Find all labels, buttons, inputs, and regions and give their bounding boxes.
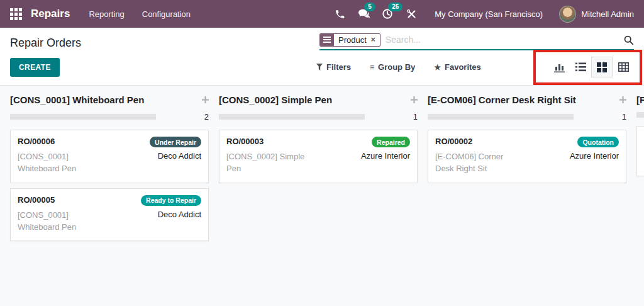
quick-create-icon[interactable] xyxy=(202,96,209,103)
menu-reporting[interactable]: Reporting xyxy=(89,9,124,19)
messages-count-badge: 5 xyxy=(364,3,375,11)
repair-reference: RO/00006 xyxy=(18,137,55,146)
group-by-button[interactable]: ≡ Group By xyxy=(370,62,415,72)
tools-icon[interactable] xyxy=(402,4,421,23)
partner-name: Azure Interior xyxy=(570,151,619,161)
filters-label: Filters xyxy=(326,62,351,72)
repair-reference: RO/00002 xyxy=(435,137,472,146)
search-input[interactable] xyxy=(380,33,623,47)
view-kanban-button[interactable] xyxy=(591,57,613,77)
star-icon: ★ xyxy=(434,63,441,72)
view-pivot-button[interactable] xyxy=(613,57,634,77)
top-navbar: Repairs Reporting Configuration 5 26 My … xyxy=(0,0,644,28)
product-name: [CONS_0001] Whiteboard Pen xyxy=(18,210,101,234)
column-progressbar[interactable] xyxy=(10,114,156,120)
create-button[interactable]: CREATE xyxy=(10,58,60,77)
phone-icon[interactable] xyxy=(330,4,349,23)
kanban-card[interactable] xyxy=(636,126,644,176)
quick-create-icon[interactable] xyxy=(619,96,626,103)
search-facet-product[interactable]: Product × xyxy=(319,33,380,47)
column-title[interactable]: [CONS_0002] Simple Pen xyxy=(219,94,406,105)
pivot-table-icon xyxy=(618,62,629,72)
company-switcher[interactable]: My Company (San Francisco) xyxy=(435,9,543,19)
filter-funnel-icon xyxy=(316,64,323,71)
column-title[interactable]: [E-COM06] Corner Desk Right Sit xyxy=(428,94,614,105)
view-graph-button[interactable] xyxy=(548,57,570,77)
systray: 5 26 My Company (San Francisco) Mitchell… xyxy=(325,4,634,23)
kanban-card[interactable]: RO/00003 Repaired [CONS_0002] Simple Pen… xyxy=(219,130,418,183)
page-title: Repair Orders xyxy=(10,33,81,50)
search-bar[interactable]: Product × xyxy=(319,33,634,50)
repair-reference: RO/00003 xyxy=(226,137,264,146)
kanban-column: [CONS_0002] Simple Pen 1 RO/00003 Repair… xyxy=(219,94,418,306)
status-badge: Quotation xyxy=(577,137,619,147)
filters-button[interactable]: Filters xyxy=(316,62,351,72)
view-switcher xyxy=(548,57,634,77)
partner-name: Azure Interior xyxy=(361,151,410,161)
partner-name: Deco Addict xyxy=(158,151,201,161)
menu-configuration[interactable]: Configuration xyxy=(142,9,191,19)
activities-count-badge: 26 xyxy=(388,3,402,11)
app-name[interactable]: Repairs xyxy=(31,8,70,20)
kanban-column: [F xyxy=(636,94,644,306)
search-options: Filters ≡ Group By ★ Favorites xyxy=(316,62,481,72)
quick-create-icon[interactable] xyxy=(411,96,418,103)
kanban-card[interactable]: RO/00002 Quotation [E-COM06] Corner Desk… xyxy=(428,130,626,183)
group-by-icon: ≡ xyxy=(370,63,374,72)
status-badge: Repaired xyxy=(372,137,410,147)
avatar[interactable] xyxy=(559,6,576,23)
kanban-column: [E-COM06] Corner Desk Right Sit 1 RO/000… xyxy=(428,94,626,306)
favorites-button[interactable]: ★ Favorites xyxy=(434,62,481,72)
facet-label: Product xyxy=(334,34,371,46)
apps-grid-icon[interactable] xyxy=(10,8,22,20)
status-badge: Ready to Repair xyxy=(141,195,201,206)
favorites-label: Favorites xyxy=(445,62,481,72)
column-progressbar[interactable] xyxy=(636,112,644,118)
group-by-facet-icon xyxy=(320,34,334,46)
column-title[interactable]: [CONS_0001] Whiteboard Pen xyxy=(10,94,197,105)
repair-reference: RO/00005 xyxy=(18,195,55,205)
bar-chart-icon xyxy=(554,62,565,72)
kanban-card[interactable]: RO/00006 Under Repair [CONS_0001] Whiteb… xyxy=(10,130,209,183)
column-title[interactable]: [F xyxy=(636,94,644,105)
user-menu[interactable]: Mitchell Admin xyxy=(581,9,634,19)
column-progressbar[interactable] xyxy=(219,114,365,120)
kanban-board: [CONS_0001] Whiteboard Pen 2 RO/00006 Un… xyxy=(0,86,644,306)
group-by-label: Group By xyxy=(378,62,415,72)
column-count: 1 xyxy=(413,112,418,122)
kanban-column: [CONS_0001] Whiteboard Pen 2 RO/00006 Un… xyxy=(10,94,209,306)
facet-remove-icon[interactable]: × xyxy=(371,34,380,46)
activities-clock-icon[interactable]: 26 xyxy=(378,4,397,23)
list-icon xyxy=(575,62,586,72)
kanban-icon xyxy=(597,62,607,72)
view-list-button[interactable] xyxy=(570,57,591,77)
column-count: 2 xyxy=(204,112,209,122)
status-badge: Under Repair xyxy=(150,137,201,147)
kanban-card[interactable]: RO/00005 Ready to Repair [CONS_0001] Whi… xyxy=(10,188,209,242)
control-panel: Repair Orders Product × CREATE xyxy=(0,28,644,86)
column-count: 1 xyxy=(622,112,626,122)
messages-icon[interactable]: 5 xyxy=(354,4,373,23)
partner-name: Deco Addict xyxy=(158,210,201,219)
product-name: [CONS_0001] Whiteboard Pen xyxy=(18,151,101,175)
product-name: [E-COM06] Corner Desk Right Sit xyxy=(435,151,518,175)
column-progressbar[interactable] xyxy=(428,114,574,120)
product-name: [CONS_0002] Simple Pen xyxy=(226,151,309,175)
search-icon[interactable] xyxy=(623,35,634,45)
